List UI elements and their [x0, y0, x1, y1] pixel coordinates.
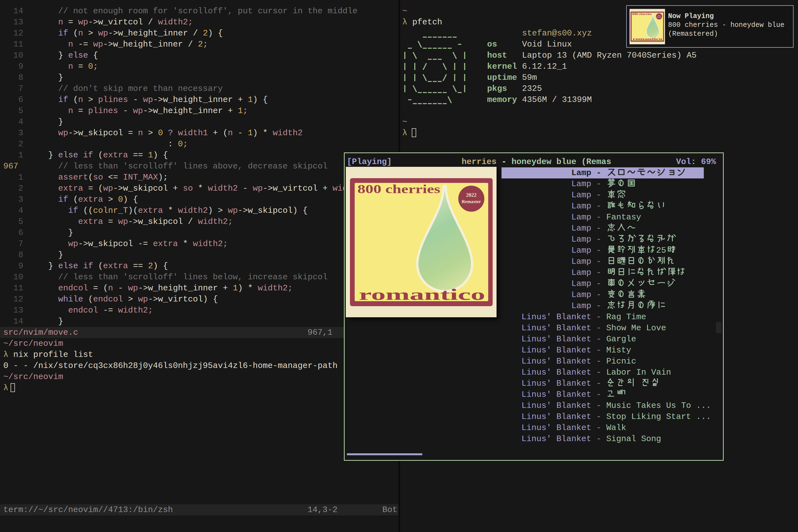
svg-text:800 cherries: 800 cherries — [632, 13, 652, 16]
svg-text:Remaster: Remaster — [462, 199, 481, 204]
svg-text:2022: 2022 — [466, 192, 477, 198]
svg-text:romantico: romantico — [632, 37, 663, 41]
svg-text:2022: 2022 — [658, 15, 661, 16]
svg-text:romantico: romantico — [359, 286, 485, 303]
svg-text:800 cherries: 800 cherries — [358, 182, 440, 196]
svg-text:Remaster: Remaster — [657, 16, 661, 18]
